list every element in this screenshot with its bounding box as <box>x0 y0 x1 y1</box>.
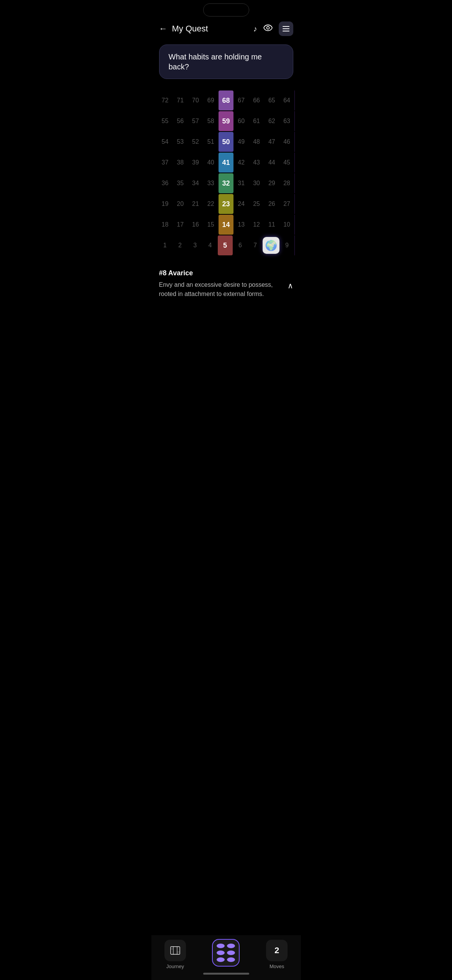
cell-63[interactable]: 63 <box>279 111 295 131</box>
cell-40[interactable]: 40 <box>203 153 219 173</box>
cell-7[interactable]: 7 <box>248 235 263 255</box>
info-section: #8 Avarice Envy and an excessive desire … <box>151 260 301 305</box>
cell-68[interactable]: 68 <box>219 90 234 110</box>
grid-row-1: 72 71 70 69 68 67 66 65 64 <box>158 90 295 110</box>
cell-25[interactable]: 25 <box>249 194 264 214</box>
cell-57[interactable]: 57 <box>188 111 203 131</box>
grid-row-7: 18 17 16 15 14 13 12 11 10 <box>158 215 295 235</box>
cell-60[interactable]: 60 <box>233 111 249 131</box>
cell-49[interactable]: 49 <box>233 132 249 152</box>
cell-48[interactable]: 48 <box>249 132 264 152</box>
cell-18[interactable]: 18 <box>158 215 173 235</box>
cell-42[interactable]: 42 <box>233 153 249 173</box>
menu-button[interactable] <box>279 21 293 36</box>
cell-37[interactable]: 37 <box>158 153 173 173</box>
cell-56[interactable]: 56 <box>173 111 188 131</box>
cell-23[interactable]: 23 <box>219 194 234 214</box>
cell-70[interactable]: 70 <box>188 90 203 110</box>
grid-row-3: 54 53 52 51 50 49 48 47 46 <box>158 132 295 152</box>
cell-43[interactable]: 43 <box>249 153 264 173</box>
cell-13[interactable]: 13 <box>233 215 249 235</box>
cell-47[interactable]: 47 <box>264 132 279 152</box>
cell-46[interactable]: 46 <box>279 132 295 152</box>
cell-26[interactable]: 26 <box>264 194 279 214</box>
cell-20[interactable]: 20 <box>173 194 188 214</box>
cell-3[interactable]: 3 <box>187 235 202 255</box>
cell-59[interactable]: 59 <box>219 111 234 131</box>
cell-21[interactable]: 21 <box>188 194 203 214</box>
eye-icon[interactable] <box>263 25 273 33</box>
cell-5[interactable]: 5 <box>218 235 233 255</box>
cell-12[interactable]: 12 <box>249 215 264 235</box>
info-description: Envy and an excessive desire to possess,… <box>159 280 283 299</box>
menu-icon <box>283 26 289 31</box>
info-row: Envy and an excessive desire to possess,… <box>159 280 293 299</box>
cell-39[interactable]: 39 <box>188 153 203 173</box>
cell-71[interactable]: 71 <box>173 90 188 110</box>
cell-30[interactable]: 30 <box>249 173 264 193</box>
cell-62[interactable]: 62 <box>264 111 279 131</box>
cell-6[interactable]: 6 <box>233 235 248 255</box>
grid-wrapper: 72 71 70 69 68 67 66 65 64 55 56 57 58 5… <box>151 87 301 260</box>
cell-16[interactable]: 16 <box>188 215 203 235</box>
dynamic-island <box>203 3 249 16</box>
header-icons: ♪ <box>253 21 293 36</box>
question-text: What habits are holding me back? <box>169 52 284 72</box>
cell-17[interactable]: 17 <box>173 215 188 235</box>
back-button[interactable]: ← <box>159 25 168 33</box>
cell-44[interactable]: 44 <box>264 153 279 173</box>
cell-22[interactable]: 22 <box>203 194 219 214</box>
status-bar <box>151 0 301 17</box>
cell-15[interactable]: 15 <box>203 215 219 235</box>
cell-51[interactable]: 51 <box>203 132 219 152</box>
grid-row-4: 37 38 39 40 41 42 43 44 45 <box>158 153 295 173</box>
cell-28[interactable]: 28 <box>279 173 295 193</box>
cell-66[interactable]: 66 <box>249 90 264 110</box>
cell-29[interactable]: 29 <box>264 173 279 193</box>
cell-69[interactable]: 69 <box>203 90 219 110</box>
page-title: My Quest <box>172 24 249 34</box>
cell-31[interactable]: 31 <box>233 173 249 193</box>
cell-4[interactable]: 4 <box>202 235 217 255</box>
cell-32[interactable]: 32 <box>219 173 234 193</box>
cell-11[interactable]: 11 <box>264 215 279 235</box>
grid-row-2: 55 56 57 58 59 60 61 62 63 <box>158 111 295 131</box>
cell-27[interactable]: 27 <box>279 194 295 214</box>
globe-icon: 🌍 <box>263 237 279 254</box>
svg-point-0 <box>266 26 269 29</box>
cell-55[interactable]: 55 <box>158 111 173 131</box>
cell-45[interactable]: 45 <box>279 153 295 173</box>
cell-35[interactable]: 35 <box>173 173 188 193</box>
cell-34[interactable]: 34 <box>188 173 203 193</box>
cell-14[interactable]: 14 <box>219 215 234 235</box>
grid-row-6: 19 20 21 22 23 24 25 26 27 <box>158 194 295 214</box>
question-banner: What habits are holding me back? <box>159 44 293 79</box>
cell-54[interactable]: 54 <box>158 132 173 152</box>
cell-36[interactable]: 36 <box>158 173 173 193</box>
cell-53[interactable]: 53 <box>173 132 188 152</box>
header: ← My Quest ♪ <box>151 17 301 41</box>
grid-container: 72 71 70 69 68 67 66 65 64 55 56 57 58 5… <box>151 87 301 260</box>
cell-41[interactable]: 41 <box>219 153 234 173</box>
cell-2[interactable]: 2 <box>173 235 187 255</box>
info-title: #8 Avarice <box>159 269 293 277</box>
cell-24[interactable]: 24 <box>233 194 249 214</box>
cell-61[interactable]: 61 <box>249 111 264 131</box>
cell-33[interactable]: 33 <box>203 173 219 193</box>
chevron-up-icon[interactable]: ∧ <box>288 281 293 290</box>
cell-72[interactable]: 72 <box>158 90 173 110</box>
cell-9[interactable]: 9 <box>279 235 294 255</box>
cell-1[interactable]: 1 <box>158 235 173 255</box>
cell-65[interactable]: 65 <box>264 90 279 110</box>
cell-10[interactable]: 10 <box>279 215 295 235</box>
cell-50[interactable]: 50 <box>219 132 234 152</box>
grid-row-8: 1 2 3 4 5 6 7 🌍 9 <box>158 235 295 255</box>
cell-8-globe[interactable]: 🌍 <box>263 235 279 255</box>
cell-64[interactable]: 64 <box>279 90 295 110</box>
music-icon[interactable]: ♪ <box>253 25 257 33</box>
cell-19[interactable]: 19 <box>158 194 173 214</box>
cell-58[interactable]: 58 <box>203 111 219 131</box>
cell-38[interactable]: 38 <box>173 153 188 173</box>
cell-52[interactable]: 52 <box>188 132 203 152</box>
cell-67[interactable]: 67 <box>233 90 249 110</box>
